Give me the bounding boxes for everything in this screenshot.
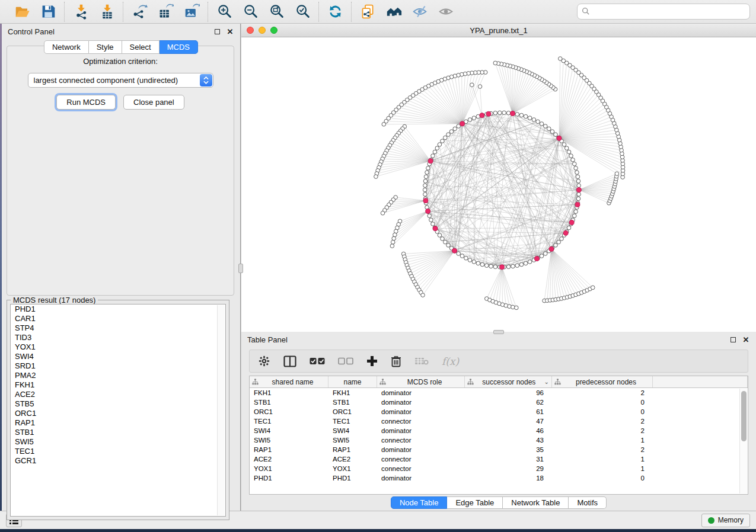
export-table-icon[interactable] <box>157 3 174 21</box>
import-table-icon[interactable] <box>98 3 116 21</box>
zoom-out-icon[interactable] <box>241 3 259 21</box>
tab-network[interactable]: Network <box>44 40 89 54</box>
tab-node-table[interactable]: Node Table <box>391 496 448 509</box>
table-cell: dominator <box>377 389 465 396</box>
column-header-MCDS-role[interactable]: MCDS role <box>377 376 465 387</box>
mcds-result-item[interactable]: PMA2 <box>11 371 225 380</box>
mcds-result-items: PHD1CAR1STP4TID3YOX1SWI4SRD1PMA2FKH1ACE2… <box>11 305 225 466</box>
refresh-group <box>318 2 351 22</box>
close-table-panel-icon[interactable]: ✕ <box>742 335 750 344</box>
table-row[interactable]: ORC1ORC1dominator610 <box>250 407 748 416</box>
settings-gear-icon[interactable] <box>258 354 270 369</box>
mcds-result-item[interactable]: TEC1 <box>11 447 225 456</box>
mcds-result-item[interactable]: YOX1 <box>11 342 225 352</box>
home-icon[interactable] <box>385 3 403 21</box>
show-graphics-eye-icon[interactable] <box>437 3 455 21</box>
zoom-in-icon[interactable] <box>215 3 233 21</box>
memory-button[interactable]: Memory <box>701 514 750 527</box>
mcds-result-item[interactable]: SWI4 <box>11 352 225 361</box>
mcds-result-fieldset: MCDS result (17 nodes) PHD1CAR1STP4TID3Y… <box>7 300 229 520</box>
table-cell: PHD1 <box>250 475 328 482</box>
close-traffic-light[interactable] <box>247 27 254 34</box>
export-network-icon[interactable] <box>130 3 148 21</box>
criterion-dropdown[interactable]: largest connected component (undirected) <box>28 73 213 88</box>
zoom-selected-icon[interactable] <box>294 3 311 21</box>
import-network-icon[interactable] <box>72 3 90 21</box>
table-row[interactable]: YOX1YOX1connector291 <box>250 464 748 473</box>
column-header-predecessor-nodes[interactable]: predecessor nodes <box>552 376 653 387</box>
delete-column-trash-icon[interactable] <box>391 354 401 369</box>
mcds-result-item[interactable]: SRD1 <box>11 361 225 371</box>
table-cell: 2 <box>552 389 653 396</box>
table-cell: 35 <box>465 446 552 453</box>
float-panel-icon[interactable] <box>213 27 221 36</box>
application-window: Control Panel ✕ NetworkStyleSelectMCDS O… <box>0 0 756 529</box>
deselect-all-checkboxes-icon[interactable] <box>338 354 353 369</box>
zoom-fit-icon[interactable] <box>267 3 285 21</box>
tab-select[interactable]: Select <box>122 40 160 54</box>
mcds-result-item[interactable]: STB5 <box>11 399 225 409</box>
table-scrollbar[interactable] <box>739 389 747 493</box>
tab-mcds[interactable]: MCDS <box>160 40 198 54</box>
search-input[interactable] <box>577 4 750 20</box>
mcds-result-item[interactable]: RAP1 <box>11 418 225 428</box>
mcds-result-item[interactable]: ACE2 <box>11 390 225 399</box>
mcds-result-item[interactable]: STP4 <box>11 323 225 333</box>
column-browser-icon[interactable] <box>283 354 296 369</box>
tab-style[interactable]: Style <box>89 40 122 54</box>
column-header-successor-nodes[interactable]: successor nodes⌄ <box>465 376 552 387</box>
export-image-icon[interactable] <box>183 3 200 21</box>
network-ring-and-satellite-nodes[interactable] <box>374 57 625 310</box>
table-cell: 2 <box>552 446 653 453</box>
main-toolbar <box>0 0 756 24</box>
mcds-result-item[interactable]: PHD1 <box>11 305 225 314</box>
save-session-icon[interactable] <box>39 3 57 21</box>
table-row[interactable]: TEC1TEC1connector472 <box>250 416 748 426</box>
mcds-tab-content: Optimization criterion: largest connecte… <box>7 46 234 296</box>
tab-edge-table[interactable]: Edge Table <box>447 496 503 509</box>
table-row[interactable]: STB1STB1dominator620 <box>250 398 748 407</box>
minimize-traffic-light[interactable] <box>259 27 266 34</box>
mcds-result-list[interactable]: PHD1CAR1STP4TID3YOX1SWI4SRD1PMA2FKH1ACE2… <box>10 304 226 517</box>
horizontal-splitter-handle[interactable] <box>493 330 504 334</box>
network-canvas[interactable] <box>241 37 756 332</box>
mcds-result-item[interactable]: FKH1 <box>11 380 225 390</box>
duplicate-network-icon[interactable] <box>359 3 377 21</box>
table-cell: dominator <box>377 446 465 453</box>
node-table: shared namenameMCDS rolesuccessor nodes⌄… <box>249 376 748 495</box>
table-cell: SWI5 <box>250 437 328 444</box>
mcds-result-item[interactable]: ORC1 <box>11 409 225 418</box>
run-mcds-button[interactable]: Run MCDS <box>56 95 116 110</box>
mcds-list-scrollbar[interactable] <box>217 305 225 515</box>
open-file-icon[interactable] <box>13 3 31 21</box>
table-row[interactable]: PHD1PHD1dominator180 <box>250 473 748 483</box>
hide-graphics-eye-slash-icon[interactable] <box>411 3 429 21</box>
control-panel-header: Control Panel ✕ <box>2 24 240 39</box>
table-row[interactable]: SWI4SWI4dominator462 <box>250 426 748 435</box>
tab-network-table[interactable]: Network Table <box>503 496 569 509</box>
close-panel-icon[interactable]: ✕ <box>226 27 234 36</box>
mcds-result-item[interactable]: TID3 <box>11 333 225 342</box>
add-column-plus-icon[interactable] <box>366 354 378 369</box>
table-row[interactable]: RAP1RAP1dominator352 <box>250 445 748 454</box>
float-table-panel-icon[interactable] <box>729 335 737 344</box>
vertical-splitter-handle[interactable] <box>238 264 243 273</box>
table-row[interactable]: ACE2ACE2connector311 <box>250 454 748 464</box>
maximize-traffic-light[interactable] <box>270 27 277 34</box>
mcds-result-item[interactable]: SWI5 <box>11 437 225 447</box>
close-panel-button[interactable]: Close panel <box>123 95 184 110</box>
table-row[interactable]: SWI5SWI5connector431 <box>250 435 748 445</box>
table-tabs: Node TableEdge TableNetwork TableMotifs <box>241 495 756 511</box>
view-group <box>351 2 462 22</box>
column-header-name[interactable]: name <box>328 376 377 387</box>
table-row[interactable]: FKH1FKH1dominator962 <box>250 388 748 398</box>
refresh-view-icon[interactable] <box>326 3 344 21</box>
mcds-result-item[interactable]: CAR1 <box>11 314 225 323</box>
select-all-checkboxes-icon[interactable] <box>310 354 325 369</box>
table-cell: 0 <box>552 408 653 415</box>
mcds-result-item[interactable]: STB1 <box>11 428 225 437</box>
tab-motifs[interactable]: Motifs <box>569 496 607 509</box>
column-header-shared-name[interactable]: shared name <box>250 376 328 387</box>
mcds-result-item[interactable]: GCR1 <box>11 456 225 466</box>
table-scrollbar-thumb[interactable] <box>741 391 747 441</box>
